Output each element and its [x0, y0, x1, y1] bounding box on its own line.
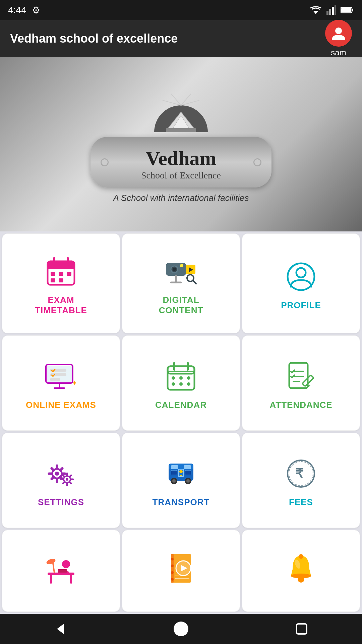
grid-item-settings[interactable]: SETTINGS [2, 433, 120, 528]
home-button[interactable] [171, 619, 191, 639]
svg-rect-69 [171, 465, 178, 469]
doc-check-icon [286, 361, 316, 391]
svg-line-10 [181, 94, 191, 105]
settings-label: SETTINGS [38, 497, 84, 507]
back-icon [52, 621, 69, 637]
svg-point-55 [179, 382, 183, 386]
wifi-icon [310, 5, 322, 15]
svg-point-54 [172, 382, 175, 386]
school-name-logo: Vedham [141, 147, 221, 170]
video-projector-icon [164, 256, 198, 286]
calendar-grid-icon [166, 361, 196, 391]
svg-rect-3 [332, 7, 334, 15]
notification-icon-area [284, 552, 318, 586]
book-icon [147, 85, 215, 139]
svg-point-66 [66, 478, 68, 481]
svg-point-8 [335, 28, 342, 34]
battery-icon [341, 6, 354, 14]
svg-rect-73 [171, 470, 177, 475]
svg-rect-25 [59, 278, 63, 282]
svg-rect-22 [59, 272, 63, 276]
username: sam [331, 48, 346, 57]
svg-rect-7 [341, 8, 351, 12]
monitor-check-icon: ✦ [44, 361, 78, 391]
svg-point-91 [171, 558, 174, 560]
svg-point-78 [186, 479, 190, 483]
svg-line-12 [171, 94, 181, 105]
svg-rect-74 [185, 470, 191, 475]
grid-item-transport[interactable]: TRANSPORT [122, 433, 240, 528]
svg-point-28 [173, 268, 176, 271]
user-profile[interactable]: sam [325, 20, 352, 57]
svg-rect-23 [67, 272, 71, 276]
grid-item-attendance[interactable]: ATTENDANCE [242, 335, 360, 431]
calendar-icon-area [164, 360, 198, 393]
svg-rect-44 [50, 378, 60, 381]
profile-label: PROFILE [281, 300, 321, 311]
online-exams-label: ONLINE EXAMS [26, 400, 96, 410]
fees-icon-area: ₹ [284, 457, 318, 490]
svg-rect-18 [48, 266, 74, 269]
header: Vedham school of excellence sam [0, 20, 362, 57]
svg-rect-47 [168, 366, 194, 374]
home-icon [173, 621, 189, 637]
svg-marker-103 [57, 624, 64, 634]
grid-item-profile[interactable]: PROFILE [242, 233, 360, 333]
svg-point-93 [171, 571, 174, 574]
avatar[interactable] [325, 20, 352, 47]
school-subtitle-logo: School of Excellence [141, 170, 221, 181]
svg-point-104 [174, 622, 188, 636]
svg-point-37 [296, 268, 306, 277]
svg-point-72 [179, 470, 183, 473]
digital-content-icon-area [164, 255, 198, 288]
recent-button[interactable] [292, 619, 312, 639]
svg-rect-21 [51, 272, 55, 276]
back-button[interactable] [50, 619, 70, 639]
svg-rect-4 [335, 5, 336, 15]
app-title: Vedham school of excellence [10, 32, 178, 46]
rupee-circle-icon: ₹ [286, 459, 316, 489]
avatar-icon [330, 25, 347, 42]
svg-point-86 [46, 558, 56, 566]
grid-item-exam-timetable[interactable]: EXAMTIMETABLE [2, 233, 120, 333]
svg-line-35 [193, 280, 196, 284]
signal-icon [326, 5, 336, 15]
student-desk-icon [44, 554, 78, 584]
notebook-icon-area [164, 552, 198, 586]
grid-item-notebook[interactable] [122, 530, 240, 612]
svg-point-102 [291, 574, 311, 578]
calendar-label: CALENDAR [155, 400, 207, 410]
grid-item-online-exams[interactable]: ✦ ONLINE EXAMS [2, 335, 120, 431]
svg-point-51 [172, 376, 175, 380]
exam-timetable-label: EXAMTIMETABLE [35, 295, 87, 316]
svg-text:✦: ✦ [72, 379, 77, 387]
svg-text:₹: ₹ [295, 467, 304, 481]
transport-label: TRANSPORT [153, 497, 210, 507]
profile-icon-area [284, 260, 318, 293]
status-bar: 4:44 ⚙ [0, 0, 362, 20]
svg-point-92 [171, 565, 174, 567]
attendance-icon-area [284, 360, 318, 393]
settings-icon: ⚙ [32, 5, 40, 16]
menu-grid: EXAMTIMETABLE DIGI [0, 231, 362, 614]
grid-item-study[interactable] [2, 530, 120, 612]
fees-label: FEES [289, 497, 313, 507]
grid-item-calendar[interactable]: CALENDAR [122, 335, 240, 431]
calendar-check-icon [46, 256, 76, 286]
svg-rect-1 [326, 11, 328, 15]
svg-point-56 [187, 382, 190, 386]
school-tagline: A School with international facilities [113, 193, 249, 203]
grid-item-digital-content[interactable]: DIGITALCONTENT [122, 233, 240, 333]
svg-rect-24 [51, 278, 55, 282]
svg-rect-6 [352, 9, 353, 11]
digital-content-label: DIGITALCONTENT [159, 295, 203, 316]
svg-point-76 [172, 479, 176, 483]
grid-item-fees[interactable]: ₹ FEES [242, 433, 360, 528]
school-banner: Vedham School of Excellence A School wit… [0, 57, 362, 231]
bottom-nav [0, 614, 362, 644]
svg-point-99 [299, 554, 303, 559]
grid-item-notification[interactable] [242, 530, 360, 612]
status-time: 4:44 [8, 5, 26, 15]
svg-point-94 [171, 578, 174, 581]
svg-line-13 [163, 100, 181, 105]
